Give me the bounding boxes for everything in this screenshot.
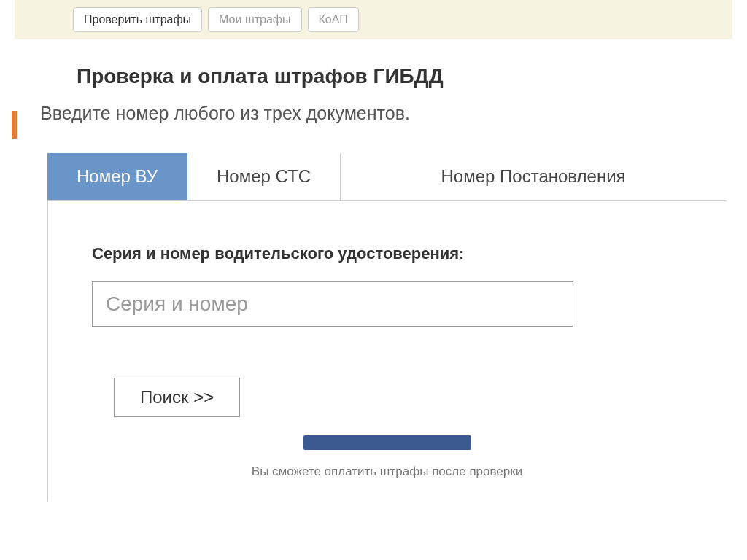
- tab-resolution-number[interactable]: Номер Постановления: [341, 153, 726, 200]
- nav-check-fines[interactable]: Проверить штрафы: [73, 7, 202, 32]
- left-accent-marker: [12, 111, 17, 139]
- nav-koap[interactable]: КоАП: [308, 7, 359, 32]
- progress-bar: [303, 435, 471, 450]
- search-button[interactable]: Поиск >>: [114, 378, 240, 417]
- tabs-row: Номер ВУ Номер СТС Номер Постановления: [47, 153, 726, 201]
- tabs-container: Номер ВУ Номер СТС Номер Постановления С…: [47, 153, 726, 501]
- footer-note: Вы сможете оплатить штрафы после проверк…: [92, 464, 682, 479]
- page-title: Проверка и оплата штрафов ГИБДД: [77, 65, 747, 88]
- tab-license-number[interactable]: Номер ВУ: [47, 153, 187, 200]
- tab-sts-number[interactable]: Номер СТС: [187, 153, 341, 200]
- tab-content: Серия и номер водительского удостоверени…: [47, 201, 726, 501]
- page-subtitle: Введите номер любого из трех документов.: [40, 103, 747, 124]
- license-input[interactable]: [92, 281, 573, 327]
- top-navigation: Проверить штрафы Мои штрафы КоАП: [15, 0, 732, 39]
- nav-my-fines[interactable]: Мои штрафы: [208, 7, 301, 32]
- field-label: Серия и номер водительского удостоверени…: [92, 244, 682, 263]
